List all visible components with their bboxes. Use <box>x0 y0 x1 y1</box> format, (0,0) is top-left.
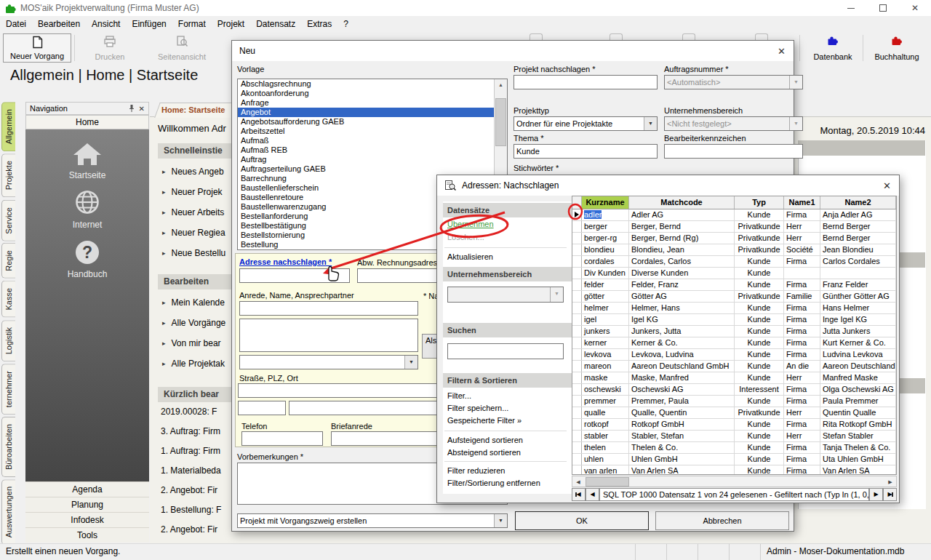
row-selector-cell[interactable] <box>572 396 582 407</box>
cell-matchcode[interactable]: Igel KG <box>629 314 735 325</box>
cell-matchcode[interactable]: Uhlen GmbH <box>629 454 735 465</box>
cell-typ[interactable]: Kunde <box>735 303 784 313</box>
cell-kurzname[interactable]: kerner <box>582 337 629 348</box>
vorlage-item[interactable]: Abschlagsrechnung <box>238 79 495 89</box>
cell-name2[interactable]: Aareon Deutschland <box>820 361 896 372</box>
cell-name2[interactable]: Manfred Maske <box>820 372 896 383</box>
row-selector-cell[interactable] <box>572 209 582 220</box>
cell-matchcode[interactable]: Diverse Kunden <box>629 268 735 279</box>
projekttyp-combo[interactable]: Ordner für eine Projektakte▼ <box>514 116 658 131</box>
chevron-down-icon[interactable]: ▼ <box>404 356 417 369</box>
vorlage-item[interactable]: Anfrage <box>238 98 495 108</box>
cell-matchcode[interactable]: Helmer, Hans <box>629 303 735 313</box>
search-input[interactable] <box>447 343 564 359</box>
cell-matchcode[interactable]: Aareon Deutschland GmbH <box>629 361 735 372</box>
datenbank-button[interactable]: Datenbank <box>803 33 863 63</box>
cell-name1[interactable]: Firma <box>784 384 820 395</box>
scroll-left-icon[interactable]: ◀ <box>572 477 584 487</box>
telefon-input[interactable] <box>241 431 323 446</box>
cell-typ[interactable]: Privatkunde <box>735 291 784 302</box>
cell-kurzname[interactable]: blondieu <box>582 244 629 255</box>
cell-matchcode[interactable]: Premmer, Paula <box>629 396 735 407</box>
cell-typ[interactable]: Kunde <box>735 326 784 337</box>
cell-name2[interactable]: Paula Premmer <box>820 396 896 407</box>
cell-name1[interactable]: Firma <box>784 279 820 290</box>
chevron-down-icon[interactable]: ▼ <box>789 76 802 89</box>
vorlage-item[interactable]: Akontoanforderung <box>238 89 495 98</box>
menu-item[interactable]: Extras <box>301 16 337 32</box>
cell-name1[interactable]: An die <box>784 361 820 372</box>
cell-typ[interactable]: Privatkunde <box>735 233 784 244</box>
sidebar-tab[interactable]: Büroarbeiten <box>1 417 15 477</box>
cell-kurzname[interactable]: cordales <box>582 256 629 267</box>
cell-kurzname[interactable]: oschewski <box>582 384 629 395</box>
cell-name1[interactable]: Firma <box>784 396 820 407</box>
nav-group[interactable]: Tools <box>25 527 149 543</box>
neuer-vorgang-button[interactable]: Neuer Vorgang <box>3 33 71 63</box>
cell-matchcode[interactable]: Thelen & Co. <box>629 442 735 453</box>
cell-typ[interactable]: Privatkunde <box>735 221 784 232</box>
gespeicherte-filter-link[interactable]: Gespeicherte Filter » <box>447 416 522 425</box>
seitenansicht-button[interactable]: Seitenansicht <box>144 33 220 63</box>
cell-name1[interactable]: Familie <box>784 291 820 302</box>
cell-matchcode[interactable]: Cordales, Carlos <box>629 256 735 267</box>
nav-group[interactable]: Agenda <box>25 481 149 497</box>
drucken-button[interactable]: Drucken <box>79 33 141 63</box>
close-panel-icon[interactable]: ✕ <box>139 105 145 113</box>
cell-typ[interactable]: Kunde <box>735 349 784 360</box>
nav-item-handbuch[interactable]: ? Handbuch <box>25 239 149 279</box>
sidebar-tab[interactable]: Kasse <box>1 281 15 318</box>
cell-kurzname[interactable]: berger-rg <box>582 233 629 244</box>
cell-name2[interactable]: Van Arlen SA <box>820 465 896 475</box>
next-record-button[interactable]: ▶ <box>869 488 883 501</box>
buchhaltung-button[interactable]: Buchhaltung <box>866 33 928 63</box>
menu-item[interactable]: Projekt <box>212 16 250 32</box>
menu-item[interactable]: Datensatz <box>250 16 301 32</box>
row-selector-cell[interactable] <box>572 349 582 360</box>
cell-matchcode[interactable]: Kerner & Co. <box>629 337 735 348</box>
row-selector-cell[interactable] <box>572 465 582 475</box>
cell-name1[interactable]: Herr <box>784 407 820 418</box>
row-selector-cell[interactable] <box>572 407 582 418</box>
cell-typ[interactable]: Kunde <box>735 431 784 441</box>
cell-name2[interactable]: Franz Felder <box>820 279 896 290</box>
sidebar-tab[interactable]: Auswertungen <box>1 479 15 545</box>
sidebar-tab[interactable]: ternehmer <box>1 364 15 415</box>
sidebar-tab[interactable]: Logistik <box>1 320 15 361</box>
neu-dialog-close-icon[interactable]: ✕ <box>778 46 786 57</box>
cell-kurzname[interactable]: rotkopf <box>582 419 629 430</box>
close-button[interactable]: ✕ <box>899 0 931 16</box>
scroll-up-icon[interactable]: ▲ <box>495 79 507 90</box>
restore-button[interactable] <box>867 0 899 16</box>
cell-typ[interactable]: Kunde <box>735 454 784 465</box>
cell-name1[interactable]: Herr <box>784 431 820 441</box>
vorlage-item[interactable]: Auftragserteilung GAEB <box>238 164 495 174</box>
row-selector-cell[interactable] <box>572 233 582 244</box>
cell-name1[interactable] <box>784 268 820 279</box>
cell-typ[interactable]: Kunde <box>735 268 784 279</box>
cell-name2[interactable]: Anja Adler AG <box>820 209 896 220</box>
chevron-down-icon[interactable]: ▼ <box>494 514 507 527</box>
unternehmensbereich-combo[interactable]: <Nicht festgelegt>▼ <box>664 116 803 131</box>
cell-name1[interactable]: Firma <box>784 326 820 337</box>
row-selector-cell[interactable] <box>572 279 582 290</box>
menu-item[interactable]: Format <box>172 16 212 32</box>
pin-icon[interactable] <box>129 104 135 113</box>
vorlage-item[interactable]: Auftrag <box>238 155 495 164</box>
name-multiline-input[interactable] <box>239 319 418 352</box>
cell-name2[interactable]: Uta Uhlen GmbH <box>820 454 896 465</box>
cell-typ[interactable]: Kunde <box>735 209 784 220</box>
cell-name1[interactable]: Herr <box>784 372 820 383</box>
cell-kurzname[interactable]: mareon <box>582 361 629 372</box>
row-selector-cell[interactable] <box>572 303 582 313</box>
absteigend-sortieren-link[interactable]: Absteigend sortieren <box>447 448 521 457</box>
cell-typ[interactable]: Kunde <box>735 419 784 430</box>
cell-typ[interactable]: Kunde <box>735 361 784 372</box>
cell-matchcode[interactable]: Blondieu, Jean <box>629 244 735 255</box>
cell-typ[interactable]: Kunde <box>735 372 784 383</box>
cell-typ[interactable]: Interessent <box>735 384 784 395</box>
row-selector-cell[interactable] <box>572 454 582 465</box>
cell-typ[interactable]: Kunde <box>735 314 784 325</box>
column-header-matchcode[interactable]: Matchcode <box>629 196 735 209</box>
cell-typ[interactable]: Kunde <box>735 396 784 407</box>
